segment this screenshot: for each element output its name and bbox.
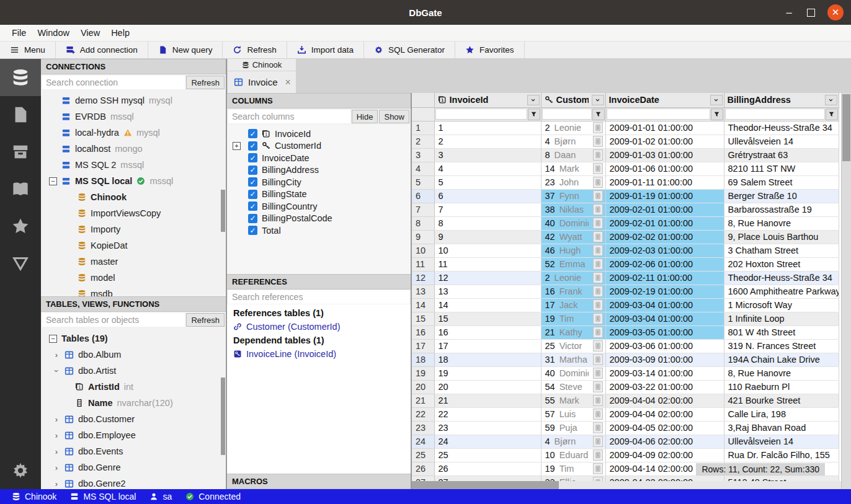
cell-invoicedate[interactable]: 2009-01-01 01:00:00 — [605, 121, 724, 135]
cell-billingaddress[interactable]: Calle Lira, 198 — [724, 407, 839, 421]
database-item[interactable]: model — [41, 270, 226, 286]
caret-expanded-icon[interactable]: › — [52, 367, 61, 374]
cell-invoicedate[interactable]: 2009-03-06 01:00:00 — [605, 339, 724, 353]
menu-file[interactable]: File — [6, 28, 32, 38]
cell-customerid[interactable]: 23John — [541, 175, 605, 189]
checkbox-checked[interactable]: ✓ — [248, 177, 257, 187]
cell-billingaddress[interactable]: 69 Salem Street — [724, 175, 839, 189]
toolbar-add-connection[interactable]: Add connection — [56, 42, 148, 58]
row-number[interactable]: 22 — [412, 407, 434, 421]
column-menu-button[interactable] — [710, 95, 723, 105]
cell-billingaddress[interactable]: 3,Raj Bhavan Road — [724, 421, 839, 435]
reference-link[interactable]: Customer (CustomerId) — [233, 320, 404, 334]
column-checklist-item[interactable]: +✓CustomerId — [227, 140, 411, 153]
search-columns-input[interactable] — [228, 110, 350, 123]
cell-invoicedate[interactable]: 2009-02-01 01:00:00 — [605, 203, 724, 216]
cell-billingaddress[interactable]: Ullevålsveien 14 — [724, 135, 839, 148]
column-checklist-item[interactable]: ✓1InvoiceId — [227, 128, 411, 140]
open-reference-button[interactable] — [593, 463, 603, 474]
column-checklist-item[interactable]: ✓InvoiceDate — [227, 152, 411, 164]
checkbox-checked[interactable]: ✓ — [248, 129, 257, 138]
cell-invoicedate[interactable]: 2009-04-06 02:00:00 — [605, 435, 724, 448]
cell-invoiceid[interactable]: 25 — [434, 448, 541, 462]
connection-item[interactable]: local-hydramysql — [41, 125, 226, 141]
checkbox-checked[interactable]: ✓ — [248, 190, 257, 199]
filter-input-InvoiceDate[interactable] — [607, 108, 710, 120]
open-reference-button[interactable] — [593, 163, 603, 174]
checkbox-checked[interactable]: ✓ — [248, 141, 257, 151]
row-number[interactable]: 23 — [412, 421, 434, 435]
checkbox-checked[interactable]: ✓ — [248, 201, 257, 211]
cell-billingaddress[interactable]: 1600 Amphitheatre Parkway — [724, 285, 839, 298]
tables-group-row[interactable]: −Tables (19) — [41, 330, 226, 347]
filter-menu-button[interactable] — [528, 108, 540, 120]
cell-billingaddress[interactable]: Grétrystraat 63 — [724, 148, 839, 162]
column-header-CustomerId[interactable]: CustomerId — [541, 93, 605, 107]
row-number[interactable]: 5 — [412, 175, 434, 189]
rail-item-triangle-down[interactable] — [0, 245, 41, 282]
database-item[interactable]: master — [41, 254, 226, 270]
cell-billingaddress[interactable]: 1 Microsoft Way — [724, 298, 839, 312]
cell-customerid[interactable]: 4Bjørn — [541, 135, 605, 148]
cell-invoicedate[interactable]: 2009-03-22 01:00:00 — [605, 380, 724, 394]
collapse-expander-icon[interactable]: − — [49, 335, 57, 343]
cell-invoiceid[interactable]: 26 — [434, 462, 541, 475]
cell-invoicedate[interactable]: 2009-03-09 01:00:00 — [605, 353, 724, 366]
cell-billingaddress[interactable]: 421 Bourke Street — [724, 394, 839, 407]
database-item[interactable]: ImportViewsCopy — [41, 205, 226, 221]
row-number[interactable]: 11 — [412, 257, 434, 271]
open-reference-button[interactable] — [593, 299, 603, 311]
table-tree-item[interactable]: ›dbo.Employee — [41, 427, 226, 443]
tab-invoice[interactable]: Invoice × — [228, 71, 296, 93]
caret-collapsed-icon[interactable]: › — [53, 463, 60, 472]
cell-invoiceid[interactable]: 4 — [434, 162, 541, 175]
open-reference-button[interactable] — [593, 122, 603, 133]
connection-item[interactable]: demo SSH mysqlmysql — [41, 92, 226, 108]
cell-invoiceid[interactable]: 6 — [434, 189, 541, 203]
table-column-item[interactable]: 1ArtistIdint — [41, 379, 226, 395]
cell-invoiceid[interactable]: 22 — [434, 407, 541, 421]
cell-customerid[interactable]: 8Daan — [541, 148, 605, 162]
open-reference-button[interactable] — [593, 259, 603, 270]
open-reference-button[interactable] — [593, 422, 603, 433]
cell-billingaddress[interactable]: Berger Straße 10 — [724, 189, 839, 203]
row-number[interactable]: 6 — [412, 189, 434, 203]
cell-customerid[interactable]: 17Jack — [541, 298, 605, 312]
cell-billingaddress[interactable]: 8210 111 ST NW — [724, 162, 839, 175]
cell-invoicedate[interactable]: 2009-01-11 01:00:00 — [605, 175, 724, 189]
column-menu-button[interactable] — [527, 95, 540, 105]
caret-collapsed-icon[interactable]: › — [53, 415, 60, 424]
cell-customerid[interactable]: 57Luis — [541, 407, 605, 421]
cell-invoiceid[interactable]: 11 — [434, 257, 541, 271]
cell-invoicedate[interactable]: 2009-01-06 01:00:00 — [605, 162, 724, 175]
filter-menu-button[interactable] — [711, 108, 723, 120]
table-tree-item[interactable]: ›dbo.Artist — [41, 363, 226, 379]
cell-customerid[interactable]: 19Tim — [541, 312, 605, 325]
checkbox-checked[interactable]: ✓ — [248, 226, 257, 235]
toolbar-favorites[interactable]: Favorites — [455, 42, 525, 58]
row-number[interactable]: 24 — [412, 435, 434, 448]
cell-invoicedate[interactable]: 2009-02-01 01:00:00 — [605, 216, 724, 230]
cell-invoicedate[interactable]: 2009-02-06 01:00:00 — [605, 257, 724, 271]
connection-item[interactable]: localhostmongo — [41, 141, 226, 157]
row-number[interactable]: 20 — [412, 380, 434, 394]
cell-invoiceid[interactable]: 23 — [434, 421, 541, 435]
column-checklist-item[interactable]: ✓BillingPostalCode — [227, 213, 411, 225]
cell-customerid[interactable]: 40Dominique — [541, 366, 605, 380]
cell-customerid[interactable]: 31Martha — [541, 353, 605, 366]
cell-customerid[interactable]: 10Eduardo — [541, 448, 605, 462]
cell-customerid[interactable]: 25Victor — [541, 339, 605, 353]
row-number[interactable]: 2 — [412, 135, 434, 148]
open-reference-button[interactable] — [593, 436, 603, 447]
cell-customerid[interactable]: 19Tim — [541, 462, 605, 475]
cell-invoicedate[interactable]: 2009-02-19 01:00:00 — [605, 285, 724, 298]
open-reference-button[interactable] — [593, 354, 603, 365]
filter-input-InvoiceId[interactable] — [435, 108, 527, 120]
connections-scrollbar-thumb[interactable] — [221, 190, 225, 232]
cell-billingaddress[interactable]: 3 Chatham Street — [724, 244, 839, 257]
cell-customerid[interactable]: 16Frank — [541, 285, 605, 298]
cell-invoiceid[interactable]: 16 — [434, 325, 541, 339]
cell-customerid[interactable]: 4Bjørn — [541, 435, 605, 448]
cell-billingaddress[interactable]: Ullevålsveien 14 — [724, 435, 839, 448]
show-button[interactable]: Show — [379, 110, 409, 123]
